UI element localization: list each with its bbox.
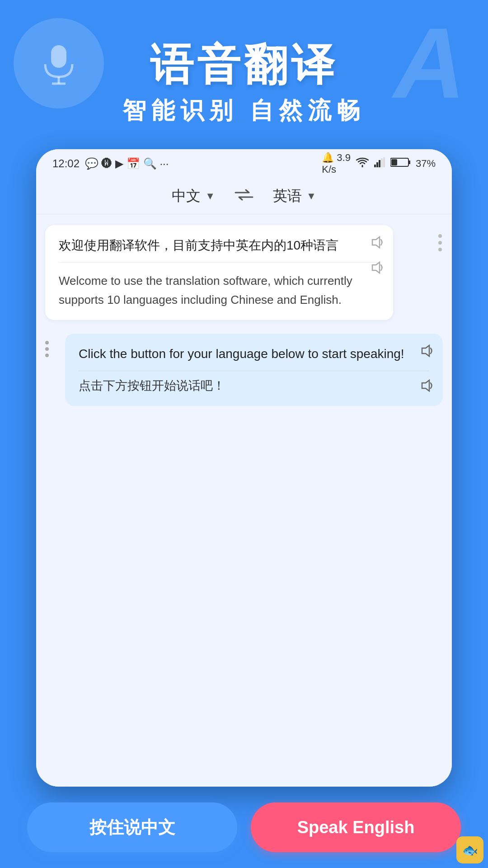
status-bar: 12:02 💬 🅦 ▶ 📅 🔍 ··· 🔔 3.9K/s (36, 149, 452, 178)
svg-rect-4 (376, 162, 378, 167)
svg-rect-10 (391, 159, 397, 165)
corner-logo: 🐟 (456, 836, 483, 863)
chat-area: 欢迎使用翻译软件，目前支持中英在内的10种语言 Welcome to use t… (36, 214, 452, 787)
speaker-button-translation-1[interactable] (371, 261, 384, 277)
signal-bars (374, 157, 385, 170)
lang-bar: 中文 ▼ 英语 ▼ (36, 178, 452, 214)
status-right: 🔔 3.9K/s (322, 152, 436, 175)
svg-marker-14 (422, 380, 429, 391)
status-app-icons: 💬 🅦 ▶ 📅 🔍 ··· (85, 157, 169, 170)
bottom-buttons: 按住说中文 Speak English (0, 787, 488, 868)
target-lang-label: 英语 (273, 186, 302, 206)
data-speed: 🔔 3.9K/s (322, 152, 351, 175)
speak-english-label: Speak English (297, 818, 415, 837)
speaker-button-translation-2[interactable] (420, 379, 434, 395)
svg-rect-9 (408, 160, 410, 164)
speak-english-button[interactable]: Speak English (251, 802, 461, 852)
wifi-icon (356, 157, 369, 170)
svg-marker-11 (372, 237, 380, 248)
phone-mockup: 12:02 💬 🅦 ▶ 📅 🔍 ··· 🔔 3.9K/s (36, 149, 452, 787)
message-bubble-right: Click the button for your language below… (45, 334, 443, 406)
hero-title: 语音翻译 (0, 36, 488, 95)
translated-text-2: 点击下方按钮开始说话吧！ (79, 377, 429, 395)
svg-rect-3 (374, 165, 376, 167)
source-lang-label: 中文 (172, 186, 201, 206)
source-lang-selector[interactable]: 中文 ▼ (172, 186, 215, 206)
more-options-button-1[interactable] (438, 234, 442, 251)
speak-chinese-button[interactable]: 按住说中文 (27, 802, 237, 852)
target-lang-selector[interactable]: 英语 ▼ (273, 186, 316, 206)
logo-icon: 🐟 (462, 843, 478, 858)
battery-icon (390, 157, 410, 170)
right-bubble-content: Click the button for your language below… (65, 334, 443, 406)
target-lang-arrow: ▼ (306, 190, 316, 202)
swap-languages-button[interactable] (233, 187, 255, 206)
message-bubble-left: 欢迎使用翻译软件，目前支持中英在内的10种语言 Welcome to use t… (45, 225, 420, 320)
translated-text-1: Welcome to use the translation software,… (59, 266, 380, 309)
status-left: 12:02 💬 🅦 ▶ 📅 🔍 ··· (52, 157, 169, 170)
svg-marker-13 (422, 345, 429, 356)
status-time: 12:02 (52, 157, 80, 170)
source-lang-arrow: ▼ (205, 190, 215, 202)
source-text-1: 欢迎使用翻译软件，目前支持中英在内的10种语言 (59, 236, 380, 263)
source-text-2: Click the button for your language below… (79, 344, 429, 371)
svg-rect-5 (379, 160, 380, 167)
svg-marker-12 (372, 262, 380, 273)
hero-subtitle: 智能识别 自然流畅 (0, 95, 488, 127)
more-options-button-2[interactable] (45, 334, 49, 357)
battery-percent: 37% (416, 158, 436, 170)
speak-chinese-label: 按住说中文 (89, 816, 175, 839)
svg-rect-6 (381, 158, 383, 167)
speaker-button-source-2[interactable] (420, 344, 434, 360)
svg-rect-7 (383, 157, 385, 167)
speaker-button-source-1[interactable] (371, 236, 384, 252)
left-bubble-content: 欢迎使用翻译软件，目前支持中英在内的10种语言 Welcome to use t… (45, 225, 393, 320)
